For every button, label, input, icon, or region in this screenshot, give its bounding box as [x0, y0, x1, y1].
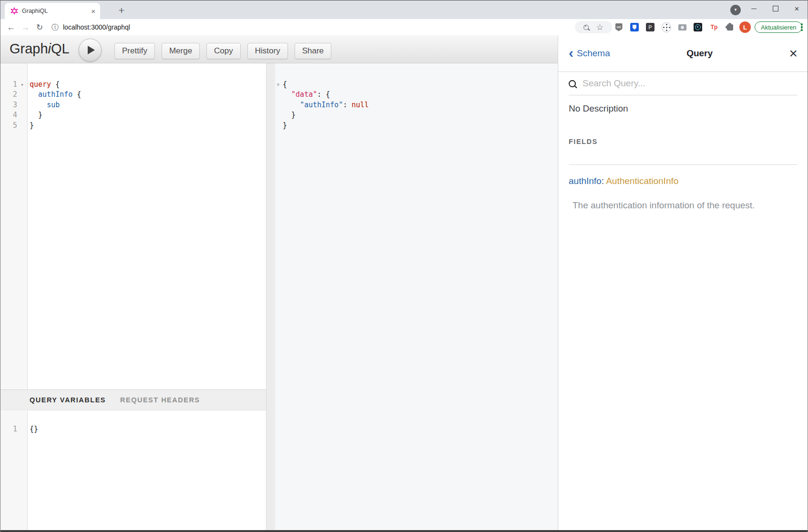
- code-line: }: [275, 121, 558, 131]
- code-text: {}: [27, 424, 38, 434]
- toolbar-button-prettify[interactable]: Prettify: [114, 43, 155, 59]
- query-variables-editor[interactable]: 1{}: [0, 411, 266, 530]
- profile-avatar[interactable]: L: [739, 21, 751, 33]
- code-line: 3 sub: [0, 100, 266, 110]
- window-close-button[interactable]: ×: [786, 0, 808, 17]
- window-minimize-button[interactable]: [743, 0, 765, 17]
- doc-explorer-panel: ‹ Schema Query × No Description FIELDS a…: [558, 35, 808, 530]
- browser-navbar: ← → ↻ ⓘ localhost:3000/graphql ☆ UO P Tp: [0, 19, 808, 36]
- dots-extension-icon[interactable]: [662, 22, 671, 32]
- fold-gutter: [17, 424, 27, 434]
- p-letter-icon: P: [646, 23, 655, 31]
- tab-close-icon[interactable]: ×: [91, 8, 95, 15]
- fold-gutter: [17, 90, 27, 100]
- fields-section-label: FIELDS: [569, 138, 798, 145]
- line-number: 5: [0, 121, 17, 131]
- code-text: }: [27, 110, 42, 120]
- section-divider: [569, 164, 798, 165]
- graphql-favicon: [10, 7, 18, 15]
- fold-toggle-icon[interactable]: ▼: [275, 80, 281, 90]
- extensions-menu-button[interactable]: [725, 22, 735, 32]
- code-line: 1{}: [0, 424, 266, 434]
- bitwarden-extension-icon[interactable]: [630, 22, 639, 32]
- toolbar-button-share[interactable]: Share: [295, 43, 331, 59]
- fold-gutter: [17, 110, 27, 120]
- doc-field-colon: :: [602, 176, 606, 186]
- puzzle-icon: [727, 24, 733, 31]
- play-icon: [88, 46, 95, 54]
- line-number: 3: [0, 100, 17, 110]
- doc-explorer-header: ‹ Schema Query ×: [558, 35, 808, 72]
- bookmark-star-icon[interactable]: ☆: [596, 23, 603, 31]
- p-extension-icon[interactable]: P: [645, 22, 655, 32]
- aktualisieren-button[interactable]: Aktualisieren: [755, 21, 802, 33]
- zoom-chip: ☆: [575, 21, 612, 33]
- window-bottom-edge: [0, 530, 808, 532]
- screenshot-extension-icon[interactable]: [677, 22, 687, 32]
- doc-field-signature: authInfo: AuthenticationInfo: [569, 176, 798, 186]
- reload-button[interactable]: ↻: [32, 19, 47, 35]
- ublock-extension-icon[interactable]: UO: [614, 22, 624, 32]
- dots-circle-icon: [662, 22, 671, 32]
- window-maximize-button[interactable]: [765, 0, 786, 17]
- camera-icon: [678, 24, 686, 31]
- doc-search-input[interactable]: [582, 78, 798, 89]
- query-editor[interactable]: 1▾query {2 authInfo {3 sub4 }5}: [0, 63, 266, 389]
- toolbar-button-copy[interactable]: Copy: [206, 43, 241, 59]
- react-devtools-extension-icon[interactable]: [693, 22, 703, 32]
- code-line: ▼{: [275, 80, 558, 90]
- code-line: "authInfo": null: [275, 100, 558, 110]
- code-text: }: [27, 121, 34, 131]
- code-text: authInfo {: [27, 90, 81, 100]
- code-line: 5}: [0, 121, 266, 131]
- fold-gutter: [275, 100, 281, 110]
- site-info-icon[interactable]: ⓘ: [51, 19, 59, 35]
- blue-shield-icon: [630, 23, 639, 31]
- tab-strip: GraphiQL × + ▼ ×: [0, 0, 808, 19]
- fold-gutter: [17, 100, 27, 110]
- tp-extension-icon[interactable]: Tp: [709, 22, 719, 32]
- pane-resize-handle[interactable]: [266, 63, 275, 530]
- code-text: query {: [27, 80, 60, 90]
- fold-gutter: [275, 90, 281, 100]
- toolbar-button-merge[interactable]: Merge: [162, 43, 200, 59]
- doc-close-button[interactable]: ×: [789, 46, 798, 61]
- new-tab-button[interactable]: +: [115, 4, 128, 17]
- doc-back-link[interactable]: ‹ Schema: [569, 48, 610, 59]
- line-number: 4: [0, 110, 17, 120]
- doc-field-name-link[interactable]: authInfo: [569, 176, 602, 186]
- chrome-update-icon[interactable]: ▼: [730, 5, 741, 15]
- code-text: "authInfo": null: [281, 100, 369, 110]
- code-text: sub: [27, 100, 60, 110]
- down-arrow-icon: ▼: [734, 8, 737, 12]
- doc-field: authInfo: AuthenticationInfoThe authenti…: [569, 176, 798, 211]
- code-line: }: [275, 110, 558, 120]
- react-atom-icon: [694, 23, 702, 31]
- search-icon: [569, 80, 576, 87]
- tp-letters-icon: Tp: [711, 24, 718, 31]
- code-text: "data": {: [281, 90, 330, 100]
- fold-toggle-icon[interactable]: ▾: [17, 80, 27, 90]
- code-line: 2 authInfo {: [0, 90, 266, 100]
- variables-tab-request-headers[interactable]: REQUEST HEADERS: [120, 396, 200, 404]
- back-button[interactable]: ←: [4, 19, 18, 35]
- line-number: 1: [0, 80, 17, 90]
- doc-field-type-link[interactable]: AuthenticationInfo: [606, 176, 678, 186]
- graphiql-logo: GraphiQL: [10, 41, 70, 57]
- line-number: 1: [0, 424, 17, 434]
- address-bar[interactable]: localhost:3000/graphql: [63, 19, 130, 35]
- browser-window: GraphiQL × + ▼ × ← → ↻ ⓘ localhost:3000/…: [0, 0, 808, 532]
- browser-tab[interactable]: GraphiQL ×: [5, 3, 100, 19]
- window-close-icon: ×: [795, 5, 799, 13]
- doc-fields-list: authInfo: AuthenticationInfoThe authenti…: [558, 176, 808, 211]
- variables-tab-query-variables[interactable]: QUERY VARIABLES: [30, 396, 106, 404]
- doc-panel-title: Query: [610, 48, 789, 59]
- tab-title: GraphiQL: [22, 8, 91, 14]
- toolbar-button-group: PrettifyMergeCopyHistoryShare: [114, 43, 331, 59]
- browser-menu-button[interactable]: [800, 23, 804, 31]
- result-viewer: ▼{ "data": { "authInfo": null }}: [275, 63, 558, 530]
- toolbar-button-history[interactable]: History: [247, 43, 288, 59]
- execute-query-button[interactable]: [79, 39, 102, 61]
- graphiql-toolbar: GraphiQL PrettifyMergeCopyHistoryShare: [0, 35, 558, 63]
- page-zoom-icon[interactable]: [583, 25, 589, 30]
